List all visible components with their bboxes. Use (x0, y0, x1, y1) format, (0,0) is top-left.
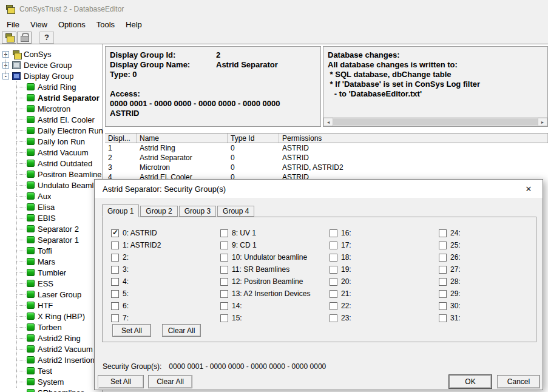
checkbox-icon[interactable] (330, 290, 337, 298)
tree-item[interactable]: Test (0, 365, 103, 376)
security-group-checkbox-row[interactable]: 18: (330, 251, 439, 263)
checkbox-icon[interactable] (111, 290, 119, 298)
help-toolbar-button[interactable]: ? (39, 32, 54, 44)
column-header-name[interactable]: Name (137, 133, 228, 143)
security-group-checkbox-row[interactable]: 19: (330, 263, 439, 275)
menu-item[interactable]: File (1, 19, 25, 30)
tree-item[interactable]: X Ring (HBP) (0, 311, 103, 322)
tree-item[interactable]: Astrid2 Ring (0, 333, 103, 343)
menu-item[interactable]: Tools (91, 19, 120, 30)
security-group-checkbox-row[interactable]: 11: SR Beamlines (220, 263, 330, 275)
tree-item[interactable]: Astrid Ring (0, 81, 103, 92)
tree-root-display-group[interactable]: - Display Group (0, 70, 103, 81)
security-group-checkbox-row[interactable]: 17: (330, 239, 439, 251)
tree-item-label[interactable]: Astrid2 Ring (38, 334, 81, 343)
menu-item[interactable]: View (25, 19, 53, 30)
checkbox-icon[interactable] (330, 242, 337, 249)
cancel-button[interactable]: Cancel (497, 375, 540, 388)
security-group-checkbox-row[interactable]: 24: (439, 227, 532, 239)
tab-group[interactable]: Group 1 (102, 204, 139, 217)
tree-item-label[interactable]: Torben (38, 323, 62, 332)
tree-item[interactable]: Daily Electron Run (0, 125, 103, 136)
security-group-checkbox-row[interactable]: 22: (330, 300, 439, 312)
tree-item[interactable]: Aux (0, 191, 103, 201)
checkbox-icon[interactable] (111, 266, 119, 274)
checkbox-icon[interactable] (330, 314, 337, 322)
security-group-checkbox-row[interactable]: 21: (330, 288, 439, 300)
security-group-checkbox-row[interactable]: 1: ASTRID2 (111, 239, 220, 251)
tree-item[interactable]: HTF (0, 300, 103, 311)
clear-all-button[interactable]: Clear All (148, 375, 192, 388)
security-group-checkbox-row[interactable]: 7: (111, 312, 220, 324)
tree-item-label[interactable]: Microtron (38, 104, 70, 113)
security-group-checkbox-row[interactable]: 26: (439, 251, 532, 263)
tree-item-label[interactable]: Astrid Vacuum (38, 148, 89, 157)
checkbox-icon[interactable] (220, 290, 228, 298)
tree-item-label[interactable]: Undulato Beamline (38, 181, 103, 190)
checkbox-icon[interactable] (439, 290, 447, 298)
tree-item[interactable]: Astrid El. Cooler (0, 114, 103, 125)
tree-item[interactable]: Elisa (0, 201, 103, 212)
checkbox-icon[interactable] (220, 278, 228, 286)
security-group-checkbox-row[interactable]: 8: UV 1 (220, 227, 330, 239)
checkbox-icon[interactable] (330, 302, 337, 310)
security-group-checkbox-row[interactable]: 20: (330, 275, 439, 288)
security-group-checkbox-row[interactable]: 12: Positron Beamline (220, 275, 330, 288)
tree-item-label[interactable]: HTF (38, 301, 53, 310)
checkbox-icon[interactable] (439, 278, 447, 286)
checkbox-icon[interactable] (439, 242, 447, 249)
table-row[interactable]: 2 Astrid Separator 0 ASTRID (105, 153, 548, 163)
table-row[interactable]: 3 Microtron 0 ASTRID, ASTRID2 (105, 163, 548, 172)
tab-group[interactable]: Group 4 (217, 206, 254, 217)
tree-item[interactable]: Toffi (0, 245, 103, 256)
tree-item-label[interactable]: Astrid Outdated (38, 159, 92, 168)
checkbox-icon[interactable] (220, 314, 228, 322)
tree-item-label[interactable]: X Ring (HBP) (38, 312, 85, 321)
tree-item-label[interactable]: Astrid2 Insertion Dev (38, 356, 103, 365)
checkbox-icon[interactable] (330, 278, 337, 286)
tree-item-label[interactable]: Tumbler (38, 268, 66, 277)
security-group-checkbox-row[interactable]: 29: (439, 288, 532, 300)
tree-item[interactable]: Undulato Beamline (0, 180, 103, 191)
tree-item-label[interactable]: Toffi (38, 246, 52, 255)
column-header-display[interactable]: Displ... (105, 133, 137, 143)
tree-item-label[interactable]: Mars (38, 257, 55, 266)
checkbox-icon[interactable] (330, 229, 337, 237)
checkbox-icon[interactable] (220, 229, 228, 237)
checkbox-icon[interactable] (439, 266, 447, 274)
tree-item[interactable]: Laser Group (0, 289, 103, 300)
tree-item[interactable]: System (0, 376, 103, 387)
tab-clear-all-button[interactable]: Clear All (162, 324, 201, 337)
tree-item[interactable]: Torben (0, 322, 103, 333)
security-group-checkbox-row[interactable]: 13: A2 Insertion Devices (220, 288, 330, 300)
checkbox-icon[interactable] (111, 302, 119, 310)
security-group-checkbox-row[interactable]: 14: (220, 300, 330, 312)
checkbox-icon[interactable] (111, 314, 119, 322)
security-group-checkbox-row[interactable]: 16: (330, 227, 439, 239)
horizontal-scrollbar[interactable]: ◄ ► (323, 117, 547, 126)
lock-toolbar-button[interactable] (17, 32, 32, 44)
security-group-checkbox-row[interactable]: 9: CD 1 (220, 239, 330, 251)
checkbox-icon[interactable] (111, 242, 119, 249)
tree-item-label[interactable]: Aux (38, 192, 51, 201)
set-all-button[interactable]: Set All (98, 375, 144, 388)
tree-item[interactable]: Separator 2 (0, 223, 103, 234)
column-header-type-id[interactable]: Type Id (228, 133, 279, 143)
tree-item[interactable]: Astrid Separator (0, 92, 103, 103)
checkbox-icon[interactable] (439, 229, 447, 237)
tree-item[interactable]: Astrid2 Insertion Dev (0, 354, 103, 365)
tree-item-label[interactable]: Separator 1 (38, 235, 79, 245)
scrollbar-thumb[interactable] (333, 118, 538, 126)
tree-item[interactable]: Separator 1 (0, 234, 103, 245)
tree-item[interactable]: Tumbler (0, 267, 103, 278)
tree-item-label[interactable]: ESS (38, 279, 53, 288)
tree-root-consys[interactable]: + ConSys (0, 49, 103, 59)
menu-item[interactable]: Options (53, 19, 91, 30)
tree-item-label[interactable]: SRbeamlines (38, 388, 84, 392)
security-group-checkbox-row[interactable]: 10: Undulator beamline (220, 251, 330, 263)
tree-item[interactable]: SRbeamlines (0, 387, 103, 392)
security-group-checkbox-row[interactable]: 6: (111, 300, 220, 312)
security-group-checkbox-row[interactable]: 3: (111, 263, 220, 275)
tree-item-label[interactable]: Test (38, 367, 52, 376)
tree-item[interactable]: EBIS (0, 212, 103, 223)
